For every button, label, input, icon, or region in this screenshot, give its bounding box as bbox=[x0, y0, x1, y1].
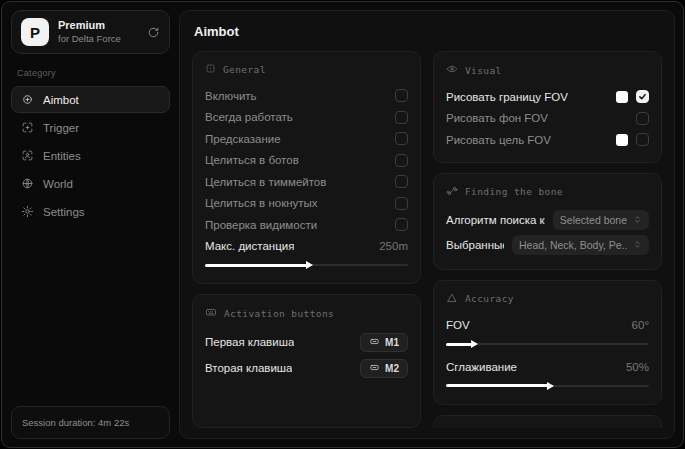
sidebar-item-label: Entities bbox=[43, 150, 81, 162]
page-title: Aimbot bbox=[192, 22, 662, 51]
bone-algorithm-value: Selected bone bbox=[560, 214, 627, 226]
max-distance-row: Макс. дистанция 250m bbox=[205, 236, 408, 258]
first-key-value: M1 bbox=[385, 337, 399, 348]
selected-bones-row: Выбранные кос Head, Neck, Body, Pe.. bbox=[446, 233, 649, 258]
target-bots-checkbox[interactable] bbox=[395, 154, 408, 167]
bone-panel-header: Finding the bone bbox=[446, 185, 649, 199]
switch-delay-panel-header: Switch Delay bbox=[446, 427, 649, 429]
setting-row-enable: Включить bbox=[205, 85, 408, 107]
setting-label: Целиться в ботов bbox=[205, 154, 299, 166]
panel-header-label: General bbox=[223, 64, 266, 75]
main-content: Aimbot General Включить bbox=[179, 10, 675, 439]
visual-panel: Visual Рисовать границу FOV Рисовать фон… bbox=[433, 51, 662, 163]
premium-card: P Premium for Delta Force bbox=[11, 10, 170, 54]
second-key-value: M2 bbox=[385, 363, 399, 374]
smoothing-slider[interactable] bbox=[446, 381, 649, 391]
setting-row-always-work: Всегда работать bbox=[205, 107, 408, 129]
bone-icon bbox=[446, 185, 458, 199]
max-distance-label: Макс. дистанция bbox=[205, 240, 294, 252]
fov-slider[interactable] bbox=[446, 339, 649, 349]
setting-row-target-teammates: Целиться в тиммейтов bbox=[205, 171, 408, 193]
premium-subtitle: for Delta Force bbox=[58, 33, 138, 45]
sidebar-item-aimbot[interactable]: Aimbot bbox=[11, 86, 170, 113]
second-key-label: Вторая клавиша bbox=[205, 362, 292, 374]
slider-fill bbox=[446, 384, 548, 387]
sidebar-item-trigger[interactable]: Trigger bbox=[11, 114, 170, 141]
second-key-row: Вторая клавиша M2 bbox=[205, 355, 408, 381]
sidebar-item-world[interactable]: World bbox=[11, 170, 170, 197]
accuracy-panel-header: Accuracy bbox=[446, 292, 649, 306]
slider-fill bbox=[205, 264, 307, 267]
stopwatch-icon bbox=[446, 427, 458, 429]
target-teammates-checkbox[interactable] bbox=[395, 175, 408, 188]
smoothing-label: Сглаживание bbox=[446, 361, 517, 373]
panel-header-label: Activation buttons bbox=[224, 308, 334, 319]
draw-fov-bg-checkbox[interactable] bbox=[636, 112, 649, 125]
keycap-icon bbox=[369, 336, 380, 349]
setting-row-visibility-check: Проверка видимости bbox=[205, 214, 408, 236]
smoothing-value: 50% bbox=[626, 361, 649, 373]
slider-fill bbox=[446, 343, 472, 346]
sidebar-item-label: Aimbot bbox=[43, 94, 79, 106]
keycap-icon bbox=[369, 362, 380, 375]
always-work-checkbox[interactable] bbox=[395, 111, 408, 124]
prediction-checkbox[interactable] bbox=[395, 132, 408, 145]
fov-border-color-swatch[interactable] bbox=[616, 91, 628, 103]
draw-fov-border-checkbox[interactable] bbox=[636, 90, 649, 103]
draw-fov-target-label: Рисовать цель FOV bbox=[446, 134, 551, 146]
setting-row-target-bots: Целиться в ботов bbox=[205, 150, 408, 172]
smoothing-row: Сглаживание 50% bbox=[446, 356, 649, 378]
triangle-icon bbox=[446, 292, 458, 306]
setting-label: Всегда работать bbox=[205, 111, 293, 123]
setting-label: Целиться в нокнутых bbox=[205, 197, 318, 209]
max-distance-slider[interactable] bbox=[205, 260, 408, 270]
first-key-row: Первая клавиша M1 bbox=[205, 329, 408, 355]
finding-bone-panel: Finding the bone Алгоритм поиска кост Se… bbox=[433, 173, 662, 270]
globe-icon bbox=[21, 177, 34, 190]
panel-columns: General Включить Всегда работать Предска… bbox=[192, 51, 662, 428]
setting-label: Проверка видимости bbox=[205, 219, 317, 231]
panel-header-label: Accuracy bbox=[465, 293, 514, 304]
left-column: General Включить Всегда работать Предска… bbox=[192, 51, 421, 428]
setting-label: Включить bbox=[205, 90, 257, 102]
visibility-check-checkbox[interactable] bbox=[395, 218, 408, 231]
scan-square-icon bbox=[205, 63, 216, 76]
unfold-icon bbox=[633, 214, 642, 226]
visual-panel-header: Visual bbox=[446, 63, 649, 77]
fov-value: 60° bbox=[632, 319, 649, 331]
sidebar-item-label: Settings bbox=[43, 206, 85, 218]
session-duration: Session duration: 4m 22s bbox=[11, 406, 170, 439]
controls-group bbox=[616, 90, 649, 103]
enable-checkbox[interactable] bbox=[395, 89, 408, 102]
setting-row-target-knocked: Целиться в нокнутых bbox=[205, 193, 408, 215]
refresh-icon[interactable] bbox=[147, 26, 160, 39]
draw-fov-bg-label: Рисовать фон FOV bbox=[446, 112, 548, 124]
switch-delay-panel: Switch Delay Задержка переключения Задер… bbox=[433, 415, 662, 429]
sidebar-item-entities[interactable]: Entities bbox=[11, 142, 170, 169]
draw-fov-target-checkbox[interactable] bbox=[636, 133, 649, 146]
panel-header-label: Visual bbox=[465, 65, 502, 76]
accuracy-panel: Accuracy FOV 60° Сглаживание 50% bbox=[433, 280, 662, 405]
bone-algorithm-select[interactable]: Selected bone bbox=[553, 210, 649, 230]
selected-bones-select[interactable]: Head, Neck, Body, Pe.. bbox=[512, 235, 649, 255]
target-knocked-checkbox[interactable] bbox=[395, 197, 408, 210]
sidebar: P Premium for Delta Force Category Aimbo… bbox=[2, 2, 179, 447]
app-window: P Premium for Delta Force Category Aimbo… bbox=[1, 1, 684, 448]
bone-algorithm-row: Алгоритм поиска кост Selected bone bbox=[446, 208, 649, 233]
panel-header-label: Finding the bone bbox=[465, 186, 563, 197]
keyboard-icon bbox=[205, 306, 217, 320]
draw-fov-bg-row: Рисовать фон FOV bbox=[446, 108, 649, 130]
sidebar-item-label: World bbox=[43, 178, 73, 190]
max-distance-value: 250m bbox=[379, 240, 408, 252]
first-key-button[interactable]: M1 bbox=[360, 333, 408, 352]
session-duration-text: Session duration: 4m 22s bbox=[22, 417, 129, 428]
fov-target-color-swatch[interactable] bbox=[616, 134, 628, 146]
draw-fov-target-row: Рисовать цель FOV bbox=[446, 129, 649, 151]
category-label: Category bbox=[17, 68, 164, 78]
right-column: Visual Рисовать границу FOV Рисовать фон… bbox=[433, 51, 662, 428]
sidebar-item-settings[interactable]: Settings bbox=[11, 198, 170, 225]
unfold-icon bbox=[633, 239, 642, 251]
premium-title: Premium bbox=[58, 19, 138, 33]
setting-label: Предсказание bbox=[205, 133, 281, 145]
second-key-button[interactable]: M2 bbox=[360, 359, 408, 378]
